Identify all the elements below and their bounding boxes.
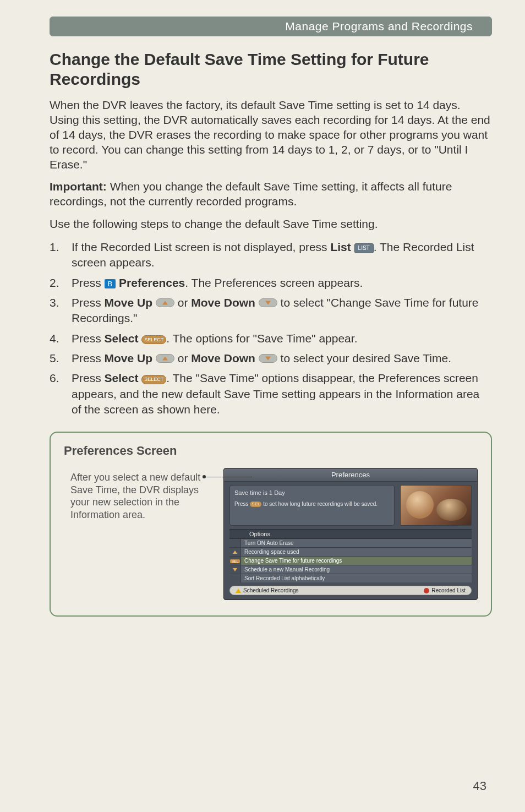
sel-icon: SEL <box>250 502 261 507</box>
tv-footer-bar: Scheduled Recordings Recorded List <box>229 586 472 595</box>
lead-in: Use the following steps to change the de… <box>50 217 492 232</box>
options-list: Turn ON Auto Erase Recording space used … <box>229 539 472 582</box>
intro-paragraph: When the DVR leaves the factory, its def… <box>50 98 492 172</box>
option-row-selected: SEL Change Save Time for future recordin… <box>229 556 472 565</box>
step-3: Press Move Up or Move Down to select "Ch… <box>50 295 492 326</box>
tv-screenshot: Preferences Save time is 1 Day Press SEL… <box>223 468 478 600</box>
important-text: When you change the default Save Time se… <box>50 180 452 208</box>
options-header: Options <box>229 529 472 539</box>
figure-callout: After you select a new default Save Time… <box>64 468 218 600</box>
footer-recorded-list: Recorded List <box>424 587 466 593</box>
b-button-icon: B <box>105 279 116 289</box>
chapter-header: Manage Programs and Recordings <box>50 17 492 36</box>
move-down-icon <box>259 354 277 363</box>
footer-scheduled-recordings: Scheduled Recordings <box>236 587 299 593</box>
list-button-icon: LIST <box>354 243 374 253</box>
save-time-line: Save time is 1 Day <box>234 489 390 497</box>
red-c-icon <box>424 588 429 593</box>
page-number: 43 <box>473 779 486 793</box>
triangle-a-icon <box>236 588 241 593</box>
move-up-icon <box>156 354 174 363</box>
option-row: Schedule a new Manual Recording <box>229 565 472 574</box>
down-arrow-icon <box>233 568 237 571</box>
page-title: Change the Default Save Time Setting for… <box>50 50 492 89</box>
option-row: Turn ON Auto Erase <box>229 539 472 547</box>
information-area: Save time is 1 Day Press SEL to set how … <box>229 485 395 526</box>
move-down-icon <box>259 298 277 307</box>
tv-panel-title: Preferences <box>224 468 477 482</box>
option-row: Sort Recorded List alphabetically <box>229 574 472 582</box>
up-arrow-icon <box>233 551 237 554</box>
sel-icon: SEL <box>230 559 239 563</box>
step-1: If the Recorded List screen is not displ… <box>50 239 492 271</box>
option-row: Recording space used <box>229 547 472 556</box>
figure-title: Preferences Screen <box>64 444 478 458</box>
step-2: Press B Preferences. The Preferences scr… <box>50 275 492 291</box>
preferences-screen-figure: Preferences Screen After you select a ne… <box>50 432 492 617</box>
step-6: Press Select SELECT. The "Save Time" opt… <box>50 370 492 417</box>
steps-list: If the Recorded List screen is not displ… <box>50 239 492 417</box>
important-note: Important: When you change the default S… <box>50 179 492 209</box>
step-4: Press Select SELECT. The options for "Sa… <box>50 331 492 346</box>
select-button-icon: SELECT <box>141 335 166 344</box>
select-button-icon: SELECT <box>141 375 166 384</box>
video-thumbnail <box>400 485 472 526</box>
info-instruction: Press SEL to set how long future recordi… <box>234 500 390 508</box>
important-label: Important: <box>50 180 107 193</box>
move-up-icon <box>156 298 174 307</box>
callout-leader-line <box>204 477 251 477</box>
chapter-title: Manage Programs and Recordings <box>285 20 473 32</box>
step-5: Press Move Up or Move Down to select you… <box>50 351 492 366</box>
